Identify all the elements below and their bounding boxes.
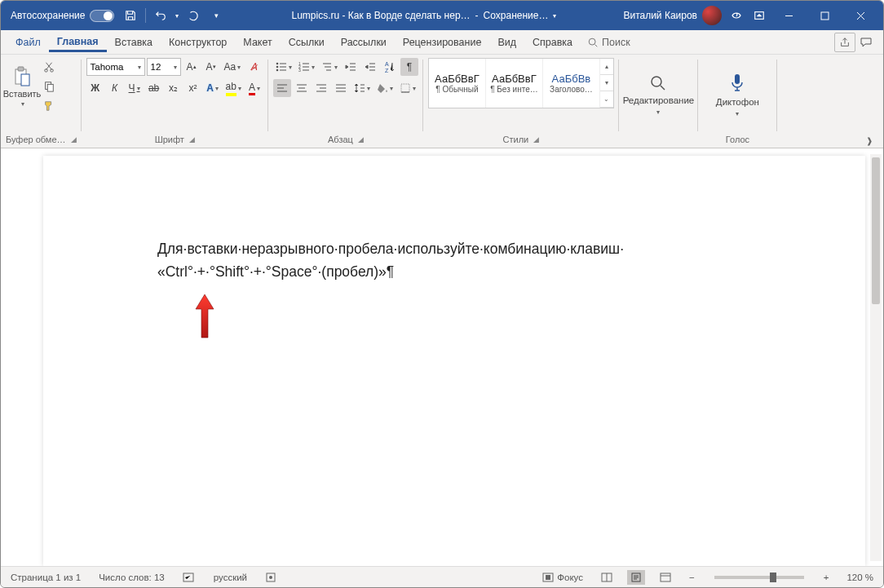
save-icon[interactable] [119,4,142,27]
multilevel-button[interactable] [319,58,340,76]
style-nospacing[interactable]: АаБбВвГ¶ Без инте… [486,59,543,108]
paste-button[interactable]: Вставить [6,62,38,111]
tab-review[interactable]: Рецензирование [395,33,490,51]
bold-button[interactable]: Ж [86,79,104,97]
group-styles: АаБбВвГ¶ Обычный АаБбВвГ¶ Без инте… АаБб… [423,55,619,148]
svg-rect-25 [546,575,550,580]
title-bar: Автосохранение ▾ ▾ Lumpics.ru - Как в Во… [1,1,883,30]
spell-check-button[interactable] [179,567,199,587]
tab-file[interactable]: Файл [7,33,49,51]
coming-soon-icon[interactable] [725,4,748,27]
tab-design[interactable]: Конструктор [161,33,235,51]
word-count[interactable]: Число слов: 13 [95,567,168,587]
copy-button[interactable] [40,77,58,95]
styles-launcher-icon[interactable]: ◢ [533,135,539,144]
maximize-button[interactable] [807,3,842,28]
autosave-label: Автосохранение [11,10,85,21]
language-button[interactable]: русский [210,567,250,587]
bullets-button[interactable] [273,58,294,76]
page-count[interactable]: Страница 1 из 1 [7,567,84,587]
font-name-combo[interactable]: Tahoma [86,58,145,76]
tab-home[interactable]: Главная [49,33,107,52]
tab-help[interactable]: Справка [524,33,581,51]
comments-button[interactable] [855,33,877,52]
document-text[interactable]: Для·вставки·неразрывного·пробела·использ… [157,237,751,283]
tab-mailings[interactable]: Рассылки [333,33,395,51]
highlight-button[interactable]: ab [223,79,244,97]
avatar [702,6,722,25]
svg-point-23 [269,576,272,579]
font-color-button[interactable]: A [245,79,263,97]
title-dropdown-icon[interactable]: ▾ [553,12,556,20]
dictate-button[interactable]: Диктофон ▾ [703,58,772,131]
svg-rect-28 [661,573,670,581]
grow-font-button[interactable]: A▴ [183,58,201,76]
align-center-button[interactable] [293,79,311,97]
text-effects-button[interactable]: A [204,79,222,97]
zoom-in-button[interactable]: + [820,567,833,587]
style-heading1[interactable]: АаБбВвЗаголово… [543,59,600,108]
close-button[interactable] [842,3,878,28]
decrease-indent-button[interactable] [342,58,360,76]
underline-button[interactable]: Ч [126,79,144,97]
font-size-combo[interactable]: 12 [147,58,181,76]
styles-gallery[interactable]: АаБбВвГ¶ Обычный АаБбВвГ¶ Без инте… АаБб… [428,58,614,108]
read-mode-button[interactable] [598,570,616,585]
print-layout-button[interactable] [627,570,645,585]
ribbon-display-icon[interactable] [748,4,771,27]
font-launcher-icon[interactable]: ◢ [189,135,195,144]
user-account[interactable]: Виталий Каиров [620,6,725,25]
strike-button[interactable]: ab [145,79,163,97]
tab-layout[interactable]: Макет [235,33,280,51]
document-title: Lumpics.ru - Как в Ворде сделать нер… - … [228,10,620,21]
search-box[interactable]: Поиск [581,35,637,50]
user-name-label: Виталий Каиров [623,10,697,21]
collapse-ribbon-button[interactable]: ❱ [860,131,878,149]
tab-view[interactable]: Вид [489,33,524,51]
cut-button[interactable] [40,58,58,76]
borders-button[interactable] [397,79,418,97]
format-painter-button[interactable] [40,97,58,115]
superscript-button[interactable]: x² [184,79,202,97]
italic-button[interactable]: К [106,79,124,97]
page[interactable]: Для·вставки·неразрывного·пробела·использ… [43,156,865,566]
justify-button[interactable] [332,79,350,97]
tab-references[interactable]: Ссылки [281,33,333,51]
show-marks-button[interactable]: ¶ [400,58,418,76]
web-layout-button[interactable] [656,570,674,585]
svg-rect-5 [21,74,29,86]
macro-button[interactable] [262,567,280,587]
group-paragraph: 123 AZ ¶ Абзац◢ [268,55,423,148]
tab-insert[interactable]: Вставка [107,33,161,51]
line-spacing-button[interactable] [351,79,373,97]
undo-icon[interactable] [149,4,172,27]
redo-icon[interactable] [182,4,205,27]
editing-button[interactable]: Редактирование ▾ [624,58,693,131]
numbering-button[interactable]: 123 [296,58,317,76]
clear-format-button[interactable]: A̷ [245,58,263,76]
subscript-button[interactable]: x₂ [165,79,183,97]
zoom-level[interactable]: 120 % [843,567,877,587]
focus-mode-button[interactable]: Фокус [539,567,586,587]
paragraph-launcher-icon[interactable]: ◢ [358,135,364,144]
clipboard-launcher-icon[interactable]: ◢ [71,135,77,144]
autosave-toggle[interactable]: Автосохранение [6,10,119,22]
sort-button[interactable]: AZ [381,58,399,76]
vertical-scrollbar[interactable] [870,154,882,561]
zoom-out-button[interactable]: − [686,567,698,587]
align-right-button[interactable] [312,79,330,97]
share-button[interactable] [834,33,855,52]
shrink-font-button[interactable]: A▾ [202,58,220,76]
align-left-button[interactable] [273,79,291,97]
undo-dropdown-icon[interactable]: ▾ [172,4,182,27]
document-area: Для·вставки·неразрывного·пробела·использ… [1,149,883,566]
change-case-button[interactable]: Aa [222,58,244,76]
svg-point-10 [276,63,279,65]
increase-indent-button[interactable] [361,58,379,76]
shading-button[interactable] [374,79,396,97]
style-normal[interactable]: АаБбВвГ¶ Обычный [429,59,486,108]
styles-scroll[interactable]: ▴▾⌄ [600,59,613,108]
qat-customize-icon[interactable]: ▾ [205,4,228,27]
minimize-button[interactable] [771,3,807,28]
zoom-slider[interactable] [714,576,804,579]
